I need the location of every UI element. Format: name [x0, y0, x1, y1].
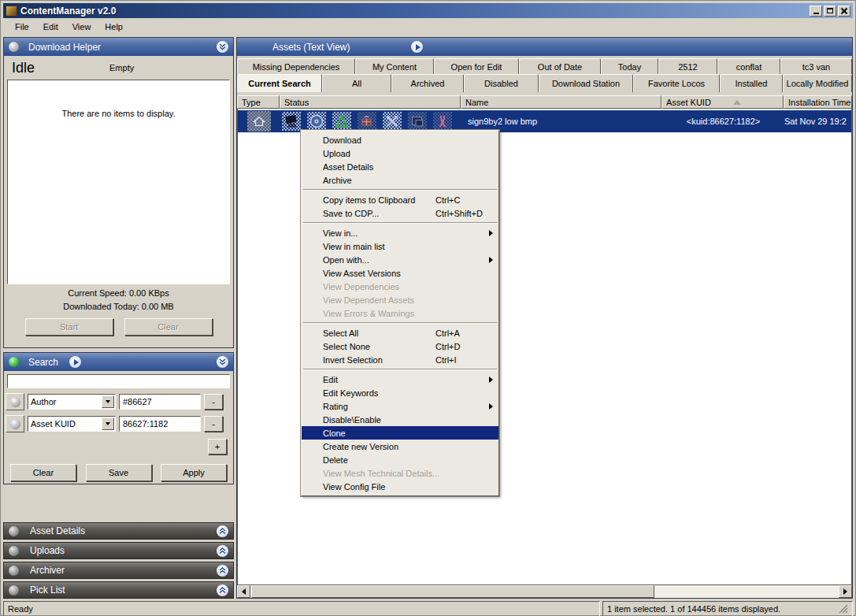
tab-tc3-van[interactable]: tc3 van [780, 58, 852, 74]
tab-my-content[interactable]: My Content [355, 58, 434, 74]
status-bar: Ready 1 item selected. 1 of 144456 items… [3, 601, 853, 616]
download-helper-header[interactable]: Download Helper [4, 38, 233, 56]
menu-item-label: Edit [323, 375, 338, 384]
filter-row-author: Author #86627 - [6, 393, 230, 410]
menu-item-view-dependent-assets: View Dependent Assets [302, 293, 498, 306]
maximize-button[interactable] [824, 6, 836, 17]
collapse-chevron-button[interactable] [217, 356, 228, 368]
expand-chevron-button[interactable] [217, 565, 228, 577]
chevron-up-icon [219, 547, 226, 555]
menu-item-view-in-main-list[interactable]: View in main list [302, 239, 498, 253]
menu-item-asset-details[interactable]: Asset Details [302, 160, 498, 173]
menu-item-delete[interactable]: Delete [302, 453, 498, 466]
menu-item-create-new-version[interactable]: Create new Version [302, 440, 498, 453]
tab-installed[interactable]: Installed [720, 74, 783, 92]
uploads-header[interactable]: Uploads [3, 542, 234, 559]
tab-missing-dependencies[interactable]: Missing Dependencies [237, 58, 355, 74]
filter-field-value: Asset KUID [31, 419, 76, 429]
column-header-status[interactable]: Status [280, 95, 461, 109]
column-header-asset-kuid[interactable]: Asset KUID [661, 95, 784, 109]
run-search-button[interactable] [69, 356, 81, 368]
menu-item-save-to-cdp[interactable]: Save to CDP...Ctrl+Shift+D [302, 206, 498, 220]
remove-filter-button[interactable]: - [204, 416, 223, 432]
tab-locally-modified[interactable]: Locally Modified [783, 74, 852, 92]
menu-item-rating[interactable]: Rating [302, 399, 498, 413]
menu-item-open-with[interactable]: Open with... [302, 253, 498, 266]
asset-name: sign9by2 low bmp [461, 117, 662, 126]
remove-filter-button[interactable]: - [204, 394, 223, 410]
menu-help[interactable]: Help [98, 20, 130, 33]
tab-disabled[interactable]: Disabled [464, 74, 539, 92]
menu-item-select-none[interactable]: Select NoneCtrl+D [302, 340, 498, 353]
tab-2512[interactable]: 2512 [658, 58, 717, 74]
tab-today[interactable]: Today [601, 58, 658, 74]
menu-item-clone[interactable]: Clone [302, 426, 498, 440]
menu-file[interactable]: File [8, 20, 36, 33]
menu-item-label: Save to CDP... [323, 209, 379, 218]
selection-status: 1 item selected. 1 of 144456 items displ… [602, 601, 853, 616]
menu-item-label: Asset Details [323, 162, 373, 172]
tab-favorite-locos[interactable]: Favorite Locos [633, 74, 720, 92]
resize-grip[interactable] [837, 604, 848, 614]
menu-item-download[interactable]: Download [302, 133, 498, 147]
menu-item-upload[interactable]: Upload [302, 147, 498, 160]
clear-search-button[interactable]: Clear [10, 464, 76, 481]
menu-view[interactable]: View [65, 20, 98, 33]
assets-action-button[interactable] [411, 41, 423, 53]
filter-toggle-button[interactable] [6, 415, 24, 432]
filter-value-input[interactable]: #86627 [119, 394, 201, 410]
collapse-chevron-button[interactable] [217, 41, 228, 53]
tab-conflat[interactable]: conflat [717, 58, 780, 74]
close-button[interactable] [838, 6, 850, 17]
menu-item-view-asset-versions[interactable]: View Asset Versions [302, 266, 498, 280]
window-title: ContentManager v2.0 [20, 6, 808, 17]
menu-item-view-in[interactable]: View in... [302, 226, 498, 239]
menu-item-select-all[interactable]: Select AllCtrl+A [302, 326, 498, 340]
apply-search-button[interactable]: Apply [161, 464, 227, 481]
filter-value-input[interactable]: 86627:1182 [119, 416, 201, 432]
scrollbar-track[interactable] [654, 585, 839, 598]
tab-open-for-edit[interactable]: Open for Edit [434, 58, 519, 74]
menu-item-invert-selection[interactable]: Invert SelectionCtrl+I [302, 353, 498, 366]
column-header-name[interactable]: Name [461, 95, 661, 109]
horizontal-scrollbar[interactable] [237, 584, 852, 598]
menu-item-disable-enable[interactable]: Disable\Enable [302, 413, 498, 426]
column-header-type[interactable]: Type [237, 95, 280, 109]
tab-out-of-date[interactable]: Out of Date [519, 58, 601, 74]
search-input[interactable] [7, 374, 230, 388]
tab-current-search[interactable]: Current Search [237, 74, 322, 92]
type-cell [238, 111, 280, 132]
expand-chevron-button[interactable] [217, 584, 228, 596]
menu-item-copy-items-to-clipboard[interactable]: Copy items to ClipboardCtrl+C [302, 193, 498, 206]
scrollbar-thumb[interactable] [251, 585, 654, 598]
tab-archived[interactable]: Archived [391, 74, 464, 92]
filter-field-select[interactable]: Author [28, 394, 116, 410]
menu-item-view-config-file[interactable]: View Config File [302, 480, 498, 493]
tab-all[interactable]: All [322, 74, 391, 92]
save-search-button[interactable]: Save [86, 464, 152, 481]
pick-list-header[interactable]: Pick List [3, 581, 234, 599]
table-row[interactable]: sign9by2 low bmp <kuid:86627:1182> Sat N… [238, 110, 851, 132]
close-icon [841, 8, 847, 14]
menu-item-archive[interactable]: Archive [302, 173, 498, 187]
dropdown-button[interactable] [102, 417, 114, 430]
archiver-header[interactable]: Archiver [3, 562, 234, 579]
scroll-left-button[interactable] [237, 585, 250, 598]
menu-edit[interactable]: Edit [36, 20, 65, 33]
column-header-installation-time[interactable]: Installation Time [784, 95, 852, 109]
asset-details-header[interactable]: Asset Details [3, 522, 234, 540]
expand-chevron-button[interactable] [217, 525, 228, 537]
expand-chevron-button[interactable] [217, 545, 228, 557]
tab-download-station[interactable]: Download Station [539, 74, 633, 92]
add-filter-button[interactable]: + [208, 439, 227, 455]
filter-field-select[interactable]: Asset KUID [28, 416, 116, 432]
scroll-right-button[interactable] [839, 585, 852, 598]
menu-item-edit[interactable]: Edit [302, 373, 498, 386]
menu-item-edit-keywords[interactable]: Edit Keywords [302, 386, 498, 399]
filter-toggle-button[interactable] [6, 393, 24, 410]
minimize-button[interactable] [810, 6, 822, 17]
search-header[interactable]: Search [4, 353, 233, 371]
warning-triangle-icon [332, 112, 351, 131]
dropdown-button[interactable] [102, 395, 114, 408]
menu-item-label: View Errors & Warnings [323, 309, 414, 318]
